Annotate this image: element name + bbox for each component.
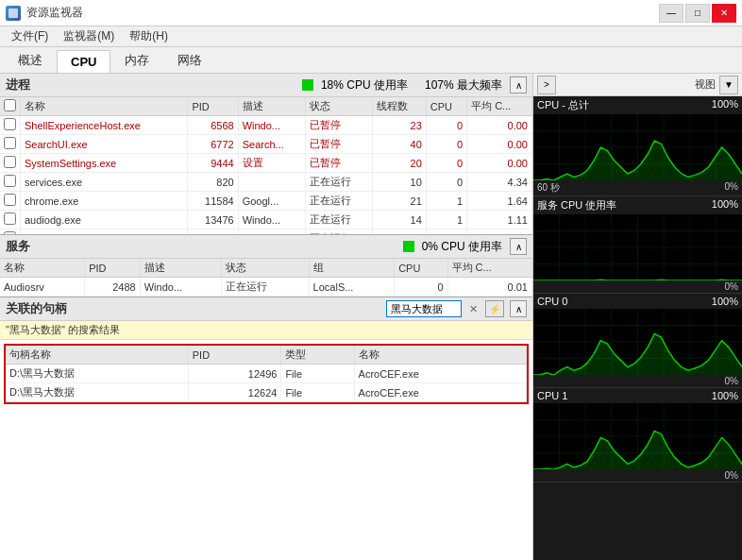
table-row[interactable]: audiodg.exe 13476 Windo... 正在运行 14 1 1.1… (0, 211, 532, 229)
svc-col-avgcpu-header: 平均 C... (447, 259, 531, 278)
row-checkbox[interactable] (4, 212, 16, 225)
tab-bar: 概述 CPU 内存 网络 (0, 47, 742, 74)
title-controls: — □ ✕ (659, 4, 736, 23)
row-checkbox[interactable] (4, 175, 16, 187)
maximize-button[interactable]: □ (685, 4, 710, 23)
proc-pid: 13476 (188, 211, 238, 229)
cpu-green-indicator (302, 79, 313, 91)
proc-state: 已暂停 (306, 116, 373, 135)
menu-bar: 文件(F) 监视器(M) 帮助(H) (0, 26, 742, 47)
tab-cpu[interactable]: CPU (57, 50, 110, 73)
proc-cpu: 0 (426, 173, 466, 192)
tab-memory[interactable]: 内存 (110, 47, 163, 73)
hdl-name: AcroCEF.exe (354, 365, 526, 383)
col-avgcpu-header: 平均 C... (467, 97, 532, 116)
cpu-chart-section: CPU 0100%0% (533, 294, 742, 388)
chart-label: CPU - 总计 (537, 98, 589, 112)
row-checkbox[interactable] (4, 156, 16, 168)
proc-threads: 14 (373, 211, 426, 229)
hdl-type: File (281, 365, 354, 383)
proc-threads: 21 (373, 192, 426, 211)
expand-button[interactable]: > (537, 76, 556, 94)
table-row[interactable]: ShellExperienceHost.exe 6568 Windo... 已暂… (0, 116, 532, 135)
select-all-checkbox[interactable] (4, 99, 16, 111)
proc-desc: Windo... (238, 116, 305, 135)
row-checkbox[interactable] (4, 231, 16, 234)
services-collapse-button[interactable]: ∧ (510, 238, 527, 255)
svg-rect-0 (8, 8, 18, 18)
proc-cpu: 0 (426, 154, 466, 173)
svc-state: 正在运行 (221, 278, 309, 297)
menu-monitor[interactable]: 监视器(M) (56, 26, 122, 46)
proc-pid: 820 (188, 173, 238, 192)
svc-cpu: 0 (395, 278, 447, 297)
proc-state: 正在运行 (306, 192, 373, 211)
title-text: 资源监视器 (26, 5, 83, 21)
services-cpu-usage: 0% CPU 使用率 (422, 239, 502, 255)
handles-content[interactable]: 句柄名称 PID 类型 名称 D:\黑马大数据 12496 File AcroC… (0, 340, 532, 560)
search-go-button[interactable]: ⚡ (485, 300, 504, 317)
close-button[interactable]: ✕ (712, 4, 736, 23)
processes-collapse-button[interactable]: ∧ (510, 76, 527, 93)
col-desc-header: 描述 (238, 97, 305, 116)
proc-state: 已暂停 (306, 135, 373, 154)
svc-group: LocalS... (309, 278, 395, 297)
view-dropdown-button[interactable]: ▼ (719, 76, 738, 94)
tab-network[interactable]: 网络 (163, 47, 216, 73)
menu-help[interactable]: 帮助(H) (122, 26, 176, 46)
toolbar-view: 视图 ▼ (695, 76, 738, 94)
processes-section: 进程 18% CPU 使用率 107% 最大频率 ∧ 名称 PID 描述 (0, 74, 532, 235)
row-checkbox[interactable] (4, 118, 16, 130)
proc-desc: Search... (238, 135, 305, 154)
svc-col-group-header: 组 (309, 259, 395, 278)
minimize-button[interactable]: — (659, 4, 683, 23)
processes-max-freq: 107% 最大频率 (425, 77, 502, 93)
proc-avg: 0.00 (467, 135, 532, 154)
cpu-chart-canvas (533, 403, 742, 469)
handles-search-input[interactable] (386, 300, 462, 317)
proc-name: chrome.exe (21, 229, 188, 235)
proc-desc: Windo... (238, 211, 305, 229)
services-section: 服务 0% CPU 使用率 ∧ 名称 PID 描述 状态 组 (0, 235, 532, 297)
services-scroll[interactable]: 名称 PID 描述 状态 组 CPU 平均 C... Audiosrv 2488… (0, 259, 532, 297)
services-header: 服务 0% CPU 使用率 ∧ (0, 235, 532, 259)
right-panel: > 视图 ▼ CPU - 总计100%60 秒0%服务 CPU 使用率100%0… (533, 74, 742, 560)
proc-pid: 6772 (188, 135, 238, 154)
processes-header: 进程 18% CPU 使用率 107% 最大频率 ∧ (0, 74, 532, 97)
table-row[interactable]: services.exe 820 正在运行 10 0 4.34 (0, 173, 532, 192)
proc-desc: Googl... (238, 192, 305, 211)
svc-avg: 0.01 (447, 278, 531, 297)
handles-section: 关联的句柄 ✕ ⚡ ∧ "黑马大数据" 的搜索结果 句柄名称 PID 类型 (0, 297, 532, 560)
proc-threads: 23 (373, 116, 426, 135)
menu-file[interactable]: 文件(F) (4, 26, 56, 46)
table-row[interactable]: chrome.exe 11584 Googl... 正在运行 21 1 1.64 (0, 192, 532, 211)
processes-scroll[interactable]: 名称 PID 描述 状态 线程数 CPU 平均 C... ShellExperi… (0, 97, 532, 234)
hdl-pid: 12624 (188, 383, 281, 402)
proc-state: 正在运行 (306, 173, 373, 192)
row-checkbox[interactable] (4, 194, 16, 206)
table-row[interactable]: D:\黑马大数据 12496 File AcroCEF.exe (6, 365, 527, 383)
chart-pct: 100% (712, 98, 738, 112)
table-row[interactable]: D:\黑马大数据 12624 File AcroCEF.exe (6, 383, 527, 402)
hdl-col-type-header: 类型 (281, 346, 354, 365)
handles-collapse-button[interactable]: ∧ (510, 300, 527, 317)
table-row[interactable]: Audiosrv 2488 Windo... 正在运行 LocalS... 0 … (0, 278, 532, 297)
proc-avg: 1.64 (467, 192, 532, 211)
tab-overview[interactable]: 概述 (4, 47, 57, 73)
table-row[interactable]: SystemSettings.exe 9444 设置 已暂停 20 0 0.00 (0, 154, 532, 173)
row-checkbox[interactable] (4, 137, 16, 149)
proc-threads: 10 (373, 173, 426, 192)
chart-time-label: 60 秒 (537, 181, 560, 195)
processes-info: 18% CPU 使用率 107% 最大频率 ∧ (302, 76, 527, 93)
chart-min-pct: 0% (725, 181, 738, 195)
services-title: 服务 (6, 238, 30, 255)
table-row[interactable]: chrome.exe 10488 Googl... 正在运行 36 0 0.98 (0, 229, 532, 235)
handles-title: 关联的句柄 (6, 300, 380, 317)
table-row[interactable]: SearchUI.exe 6772 Search... 已暂停 40 0 0.0… (0, 135, 532, 154)
search-clear-button[interactable]: ✕ (467, 303, 480, 315)
proc-name: chrome.exe (21, 192, 188, 211)
view-label: 视图 (695, 77, 716, 92)
col-name-header: 名称 (21, 97, 188, 116)
cpu-chart-canvas (533, 214, 742, 280)
proc-pid: 9444 (188, 154, 238, 173)
